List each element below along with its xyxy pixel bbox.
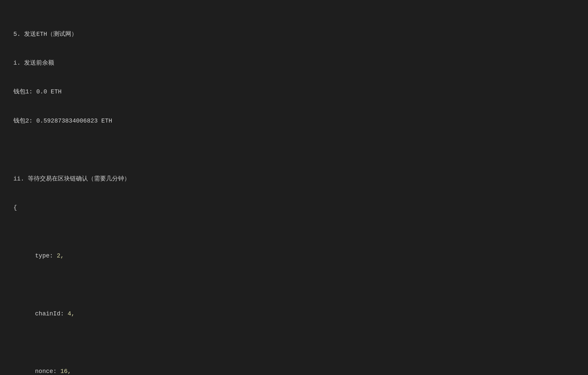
type-key: type: <box>28 252 57 259</box>
nonce-value: 16, <box>60 368 71 375</box>
type-value: 2, <box>57 252 64 259</box>
chainid-key: chainId: <box>28 310 68 317</box>
sub-i-label: i. 发送前余额 <box>13 58 575 68</box>
wallet1-before: 钱包1: 0.0 ETH <box>13 87 575 97</box>
nonce-key: nonce: <box>28 368 60 375</box>
type-line: type: 2, <box>13 241 575 270</box>
terminal-output: 5. 发送ETH（测试网） i. 发送前余额 钱包1: 0.0 ETH 钱包2:… <box>13 10 575 375</box>
chainid-line: chainId: 4, <box>13 299 575 328</box>
brace-open: { <box>13 203 575 213</box>
nonce-line: nonce: 16, <box>13 357 575 375</box>
section-title: 5. 发送ETH（测试网） <box>13 29 575 39</box>
sub-ii-label: ii. 等待交易在区块链确认（需要几分钟） <box>13 174 575 184</box>
chainid-value: 4, <box>68 310 75 317</box>
wallet2-before: 钱包2: 0.592873834006823 ETH <box>13 116 575 126</box>
empty-line-1 <box>13 145 575 155</box>
